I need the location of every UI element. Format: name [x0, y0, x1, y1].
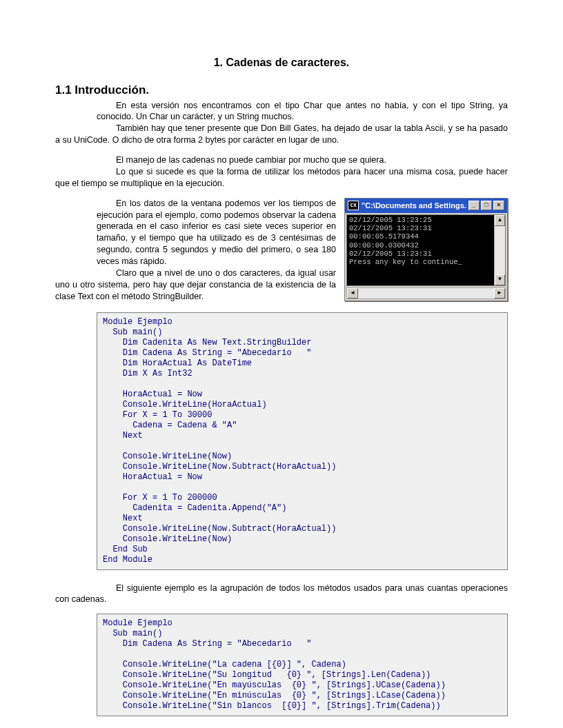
console-window: cx "C:\Documents and Settings... _ □ × 0…	[344, 198, 508, 301]
console-titlebar: cx "C:\Documents and Settings... _ □ ×	[345, 199, 507, 213]
page-title: 1. Cadenas de caracteres.	[55, 55, 508, 70]
code-block-1: Module Ejemplo Sub main() Dim Cadenita A…	[97, 312, 508, 570]
scroll-track[interactable]	[495, 226, 505, 274]
vertical-scrollbar[interactable]: ▲ ▼	[494, 215, 505, 285]
console-output: 02/12/2005 13:23:25 02/12/2005 13:23:31 …	[347, 215, 494, 285]
paragraph-4: Lo que si sucede es que la forma de util…	[55, 166, 508, 190]
paragraph-1: En esta versión nos encontramos con el t…	[97, 100, 508, 123]
scroll-left-arrow-icon[interactable]: ◄	[347, 288, 358, 299]
console-title-text: "C:\Documents and Settings...	[362, 201, 467, 211]
horizontal-scrollbar[interactable]: ◄ ►	[346, 287, 506, 299]
scroll-up-arrow-icon[interactable]: ▲	[495, 215, 505, 226]
paragraph-2: También hay que tener presente que Don B…	[55, 123, 508, 146]
section-heading-1-1: 1.1 Introducción.	[55, 83, 508, 99]
code-block-2: Module Ejemplo Sub main() Dim Cadena As …	[97, 614, 508, 716]
paragraph-3: El manejo de las cadenas no puede cambia…	[97, 154, 508, 166]
maximize-button[interactable]: □	[481, 201, 492, 210]
paragraph-7: El siguiente ejemplo es la agrupación de…	[55, 583, 508, 606]
scroll-right-arrow-icon[interactable]: ►	[494, 288, 505, 299]
close-button[interactable]: ×	[493, 201, 504, 210]
minimize-button[interactable]: _	[468, 201, 480, 210]
scroll-track-h[interactable]	[358, 288, 494, 299]
console-icon: cx	[348, 201, 359, 210]
scroll-down-arrow-icon[interactable]: ▼	[495, 274, 505, 285]
